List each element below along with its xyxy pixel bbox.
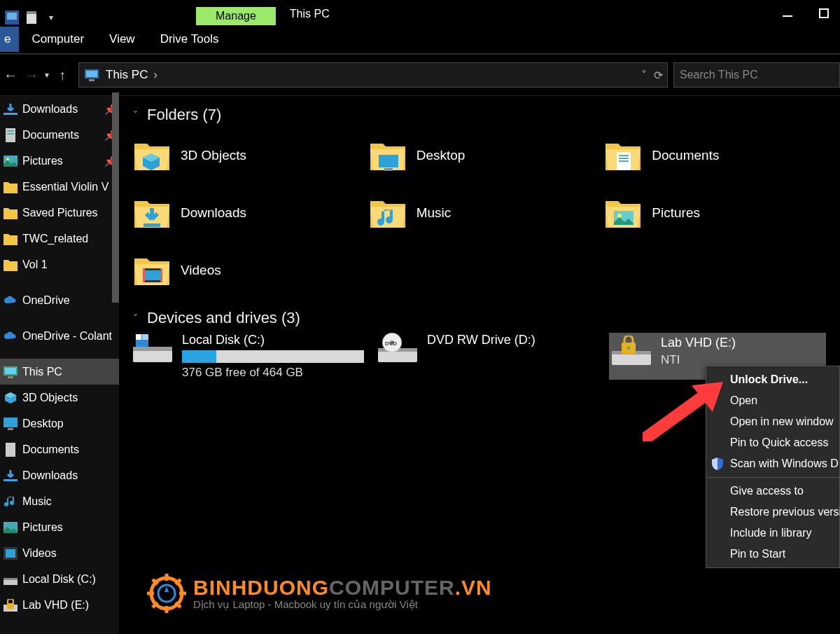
folder-label: Music — [416, 205, 451, 221]
breadcrumb-this-pc[interactable]: This PC — [106, 68, 148, 82]
sidebar-item-onedrive[interactable]: OneDrive — [0, 287, 119, 313]
drive-local-disk-c[interactable]: Local Disk (C:) 376 GB free of 464 GB — [133, 333, 364, 380]
sidebar-item-desktop[interactable]: Desktop — [0, 411, 119, 436]
sidebar-item-local-disk[interactable]: Local Disk (C:) — [0, 566, 119, 592]
search-input[interactable]: Search This PC — [673, 62, 840, 88]
svg-rect-35 — [619, 158, 629, 159]
sidebar-item-label: This PC — [22, 366, 62, 378]
folder-icon — [604, 137, 642, 174]
sidebar-item-folder[interactable]: Saved Pictures — [0, 200, 119, 226]
svg-rect-5 — [820, 9, 828, 18]
locked-disk-icon — [612, 336, 651, 366]
folder-3d-objects[interactable]: 3D Objects — [133, 130, 355, 181]
section-header-label: Devices and drives (3) — [147, 309, 300, 327]
svg-rect-37 — [144, 223, 160, 227]
sidebar-item-music[interactable]: Music — [0, 488, 119, 514]
folder-label: Videos — [181, 263, 221, 278]
sidebar-item-folder[interactable]: TWC_related — [0, 226, 119, 251]
document-icon — [3, 442, 18, 457]
sidebar-item-downloads[interactable]: Downloads📌 — [0, 96, 119, 122]
dvd-icon: DVD — [378, 333, 417, 364]
sidebar-item-folder[interactable]: Essential Violin V — [0, 174, 119, 200]
this-pc-icon — [3, 364, 18, 380]
svg-line-61 — [466, 383, 469, 389]
svg-rect-30 — [7, 603, 14, 609]
nav-history-dropdown[interactable]: ▾ — [42, 70, 52, 80]
folder-label: 3D Objects — [181, 148, 246, 163]
sidebar-item-videos[interactable]: Videos — [0, 540, 119, 566]
svg-rect-43 — [160, 268, 162, 282]
tab-file[interactable]: e — [0, 27, 19, 52]
ctx-restore-previous[interactable]: Restore previous versi — [706, 502, 839, 523]
svg-rect-45 — [133, 347, 172, 351]
sidebar-item-lab-vhd[interactable]: Lab VHD (E:) — [0, 592, 119, 618]
watermark-brand: BINHDUONGCOMPUTER.VN — [193, 576, 492, 599]
tab-drive-tools[interactable]: Drive Tools — [148, 27, 232, 52]
sidebar-item-label: Documents — [22, 129, 79, 142]
sidebar-item-downloads[interactable]: Downloads — [0, 462, 119, 488]
folder-icon — [133, 137, 171, 174]
sidebar-item-this-pc[interactable]: This PC — [0, 359, 119, 385]
properties-icon[interactable] — [24, 10, 39, 25]
sidebar-item-3d-objects[interactable]: 3D Objects — [0, 385, 119, 411]
svg-rect-20 — [8, 428, 13, 430]
drive-fs-label: NTI — [661, 353, 736, 367]
nav-back-button[interactable]: ← — [0, 64, 21, 85]
drive-dvd-rw[interactable]: DVD DVD RW Drive (D:) — [378, 333, 595, 380]
sidebar-scrollbar[interactable] — [112, 92, 119, 303]
watermark: BINHDUONGCOMPUTER.VN Dịch vụ Laptop - Ma… — [147, 574, 492, 613]
svg-rect-31 — [379, 155, 398, 167]
svg-line-59 — [455, 383, 458, 389]
breadcrumb-separator[interactable]: › — [148, 69, 162, 81]
watermark-tagline: Dịch vụ Laptop - Macbook uy tín của ngườ… — [193, 599, 492, 611]
sidebar-item-pictures[interactable]: Pictures📌 — [0, 148, 119, 174]
music-icon — [3, 494, 18, 509]
drive-label: Local Disk (C:) — [182, 333, 364, 347]
ctx-pin-start[interactable]: Pin to Start — [706, 544, 839, 565]
folder-documents[interactable]: Documents — [604, 130, 826, 181]
sidebar-item-label: Downloads — [22, 103, 78, 116]
ctx-give-access[interactable]: Give access to — [706, 481, 839, 502]
sidebar-item-onedrive[interactable]: OneDrive - Colant — [0, 323, 119, 349]
drive-free-space: 376 GB free of 464 GB — [182, 366, 364, 380]
navigation-bar: ← → ▾ ↑ This PC › ˅ ⟳ Search This PC — [0, 54, 840, 96]
address-bar[interactable]: This PC › ˅ ⟳ — [78, 62, 668, 88]
sidebar-item-label: Saved Pictures — [22, 207, 98, 219]
manage-contextual-tab[interactable]: Manage — [196, 7, 276, 25]
refresh-button[interactable]: ⟳ — [654, 69, 663, 82]
chevron-down-icon: ˅ — [133, 109, 147, 120]
sidebar-item-label: Pictures — [22, 155, 63, 167]
folder-music[interactable]: Music — [369, 187, 591, 239]
tab-view[interactable]: View — [97, 27, 148, 52]
sidebar-item-folder[interactable]: Vol 1 — [0, 251, 119, 277]
ctx-include-library[interactable]: Include in library — [706, 523, 839, 544]
ctx-scan-defender[interactable]: Scan with Windows D — [706, 453, 839, 474]
shield-icon — [710, 457, 724, 471]
folder-downloads[interactable]: Downloads — [133, 187, 355, 239]
svg-rect-36 — [619, 160, 629, 162]
maximize-button[interactable] — [815, 4, 833, 22]
qat-dropdown-icon[interactable]: ▾ — [43, 10, 59, 25]
folder-icon — [133, 251, 171, 289]
section-folders[interactable]: ˅ Folders (7) — [133, 106, 826, 124]
sidebar-item-label: OneDrive — [22, 294, 70, 307]
minimize-button[interactable] — [778, 4, 797, 22]
nav-up-button[interactable]: ↑ — [52, 64, 73, 85]
address-dropdown-icon[interactable]: ˅ — [641, 69, 647, 82]
folder-icon — [369, 137, 407, 174]
sidebar-item-documents[interactable]: Documents📌 — [0, 122, 119, 148]
sidebar-item-documents[interactable]: Documents — [0, 436, 119, 462]
tab-computer[interactable]: Computer — [19, 27, 97, 52]
folder-desktop[interactable]: Desktop — [369, 130, 591, 181]
svg-point-58 — [627, 347, 631, 350]
svg-rect-32 — [384, 168, 393, 171]
chevron-down-icon: ˅ — [133, 312, 147, 324]
svg-rect-3 — [27, 11, 36, 14]
nav-forward-button[interactable]: → — [21, 64, 42, 85]
sidebar-item-pictures[interactable]: Pictures — [0, 514, 119, 540]
folder-pictures[interactable]: Pictures — [604, 187, 826, 239]
section-drives[interactable]: ˅ Devices and drives (3) — [133, 309, 826, 327]
folder-videos[interactable]: Videos — [133, 244, 355, 296]
svg-rect-12 — [7, 130, 14, 132]
svg-rect-48 — [142, 334, 148, 340]
